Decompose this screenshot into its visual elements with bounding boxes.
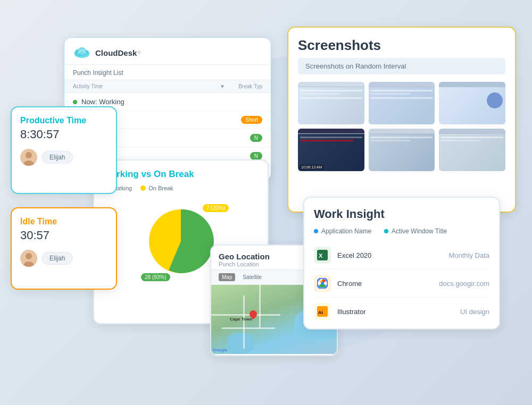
screenshot-thumb-6[interactable] bbox=[439, 129, 505, 171]
idle-user-name: Elijah bbox=[41, 252, 73, 265]
window-title-dot bbox=[384, 229, 388, 233]
break-legend-dot bbox=[140, 185, 146, 191]
screenshot-thumb-2[interactable] bbox=[369, 82, 435, 124]
map-road-v1 bbox=[243, 296, 245, 349]
productive-time-title: Productive Time bbox=[20, 116, 107, 125]
clouddesk-subtitle: Punch Insight List bbox=[64, 65, 271, 80]
pie-label-green: 28 (93%) bbox=[141, 273, 170, 281]
screenshot-thumb-4[interactable]: 10:06:13 AM bbox=[298, 129, 364, 171]
map-city-label: Cape Town bbox=[230, 317, 252, 322]
screenshot-timestamp-4: 10:06:13 AM bbox=[300, 165, 323, 170]
wi-row-chrome: Chrome docs.googir.com bbox=[314, 269, 489, 298]
avatar-icon bbox=[20, 149, 37, 166]
screenshots-panel: Screenshots Screenshots on Random Interv… bbox=[287, 27, 516, 213]
map-water-2 bbox=[227, 333, 254, 354]
svg-point-8 bbox=[26, 253, 32, 259]
badge-n-2: N bbox=[250, 152, 262, 160]
screenshots-title: Screenshots bbox=[298, 37, 505, 54]
idle-avatar-row: Elijah bbox=[20, 250, 107, 267]
excel-window-title: Monthly Data bbox=[448, 251, 489, 259]
illustrator-window-title: UI design bbox=[460, 308, 489, 316]
idle-time-card: Idle Time 30:57 Elijah bbox=[11, 207, 117, 290]
break-legend: Working On Break bbox=[103, 185, 259, 191]
excel-icon: X bbox=[314, 247, 331, 264]
chrome-app-name: Chrome bbox=[337, 280, 433, 288]
productive-user-name: Elijah bbox=[41, 151, 73, 164]
map-road-v2 bbox=[259, 285, 261, 327]
svg-text:X: X bbox=[319, 252, 323, 259]
clouddesk-table-header: Activity Time ▼ Break Typ bbox=[64, 80, 271, 93]
working-dot bbox=[73, 100, 77, 104]
app-name-dot bbox=[314, 229, 318, 233]
idle-time-title: Idle Time bbox=[20, 217, 107, 226]
idle-time-value: 30:57 bbox=[20, 229, 107, 242]
work-insight-columns: Application Name Active Window Title bbox=[314, 227, 489, 235]
wi-row-excel: X Excel 2020 Monthly Data bbox=[314, 241, 489, 269]
legend-break: On Break bbox=[140, 185, 173, 191]
wi-row-illustrator: Ai Illustrator UI design bbox=[314, 298, 489, 325]
productive-avatar bbox=[20, 149, 37, 166]
break-chart-title: Working vs On Break bbox=[103, 169, 259, 180]
map-road-h1 bbox=[211, 314, 280, 316]
svg-point-3 bbox=[78, 47, 86, 55]
screenshot-thumb-1[interactable] bbox=[298, 82, 364, 124]
chrome-window-title: docs.googir.com bbox=[439, 280, 489, 288]
svg-text:Ai: Ai bbox=[318, 310, 323, 315]
badge-n-1: N bbox=[250, 134, 262, 142]
row-label-1: Now: Working bbox=[81, 98, 262, 106]
illustrator-icon: Ai bbox=[314, 303, 331, 320]
geo-tab-satellite[interactable]: Satellite bbox=[239, 273, 265, 281]
productive-time-card: Productive Time 8:30:57 Elijah bbox=[11, 106, 117, 194]
idle-avatar bbox=[20, 250, 37, 267]
work-insight-card: Work Insight Application Name Active Win… bbox=[303, 197, 500, 330]
screenshots-grid: 10:06:13 AM bbox=[298, 82, 505, 171]
wi-col-app-name: Application Name bbox=[314, 227, 371, 235]
chrome-icon bbox=[314, 275, 331, 292]
screenshots-subtitle: Screenshots on Random Interval bbox=[298, 58, 505, 74]
svg-point-15 bbox=[321, 282, 324, 285]
work-insight-title: Work Insight bbox=[314, 207, 489, 221]
wi-col-window-title: Active Window Title bbox=[384, 227, 447, 235]
productive-avatar-row: Elijah bbox=[20, 149, 107, 166]
illustrator-app-name: Illustrator bbox=[337, 308, 454, 316]
screenshot-thumb-3[interactable] bbox=[439, 82, 505, 124]
clouddesk-logo-icon bbox=[73, 45, 91, 60]
badge-short: Short bbox=[241, 116, 262, 124]
google-map-logo: Google bbox=[213, 348, 228, 352]
geo-tab-map[interactable]: Map bbox=[219, 273, 235, 281]
idle-avatar-icon bbox=[20, 250, 37, 267]
svg-point-5 bbox=[26, 152, 32, 158]
screenshot-thumb-5[interactable] bbox=[369, 129, 435, 171]
pie-label-yellow: 7 (20%) bbox=[203, 204, 229, 212]
excel-app-name: Excel 2020 bbox=[337, 251, 442, 259]
productive-time-value: 8:30:57 bbox=[20, 128, 107, 141]
clouddesk-header: CloudDesk ® bbox=[64, 38, 271, 65]
map-road-h2 bbox=[222, 327, 275, 329]
clouddesk-brand-name: CloudDesk bbox=[95, 48, 137, 57]
